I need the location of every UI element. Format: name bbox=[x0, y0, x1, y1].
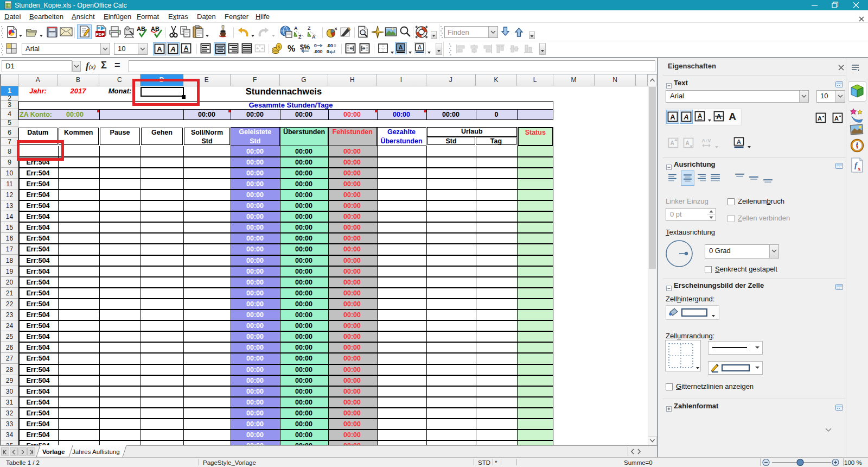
svg-text:A: A bbox=[818, 115, 822, 122]
svg-text:A: A bbox=[294, 26, 298, 31]
svg-text:A: A bbox=[698, 112, 703, 120]
svg-text:PDF: PDF bbox=[96, 32, 105, 37]
svg-text:Z: Z bbox=[308, 26, 311, 31]
svg-text:0: 0 bbox=[314, 43, 317, 48]
svg-text:A: A bbox=[399, 44, 403, 51]
svg-text:A↑V: A↑V bbox=[701, 138, 711, 143]
svg-text:A: A bbox=[737, 138, 741, 145]
svg-text:%: % bbox=[288, 44, 295, 53]
svg-text:.000: .000 bbox=[314, 49, 323, 54]
svg-text:A: A bbox=[184, 45, 189, 52]
svg-text:AB: AB bbox=[151, 26, 159, 32]
svg-text:0: 0 bbox=[334, 43, 336, 48]
svg-text:A: A bbox=[312, 34, 316, 39]
svg-text:Z: Z bbox=[298, 34, 302, 39]
svg-text:A: A bbox=[670, 113, 675, 121]
svg-text:0: 0 bbox=[327, 49, 329, 54]
svg-text:AB: AB bbox=[137, 26, 145, 32]
svg-text:A: A bbox=[683, 113, 688, 121]
svg-text:$%: $% bbox=[300, 43, 310, 51]
svg-text:.00: .00 bbox=[327, 43, 333, 48]
svg-text:A: A bbox=[418, 44, 422, 51]
svg-text:A: A bbox=[729, 111, 736, 122]
svg-text:$: $ bbox=[278, 45, 280, 49]
svg-text:A: A bbox=[157, 45, 162, 53]
svg-text:x: x bbox=[858, 165, 861, 172]
svg-text:A: A bbox=[670, 140, 674, 146]
svg-text:A: A bbox=[685, 140, 689, 146]
svg-text:A: A bbox=[834, 115, 839, 122]
svg-text:A: A bbox=[170, 45, 175, 53]
